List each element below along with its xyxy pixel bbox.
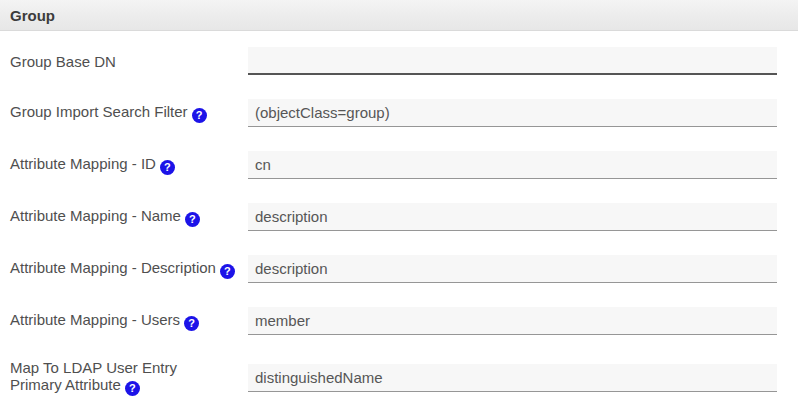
field-label-text: Attribute Mapping - Name [10, 207, 181, 224]
group-settings-form: Group Base DN Group Import Search Filter… [0, 31, 798, 396]
field-label-text: Attribute Mapping - ID [10, 155, 156, 172]
map-to-ldap-user-entry-primary-attribute-input[interactable] [248, 364, 777, 392]
field-label-text: Group Base DN [10, 53, 116, 70]
field-label-text: Attribute Mapping - Description [10, 259, 216, 276]
help-icon[interactable]: ? [220, 264, 235, 279]
group-section-header: Group [0, 0, 798, 31]
attribute-mapping-description-label: Attribute Mapping - Description? [10, 259, 248, 279]
field-label-text: Group Import Search Filter [10, 103, 188, 120]
attribute-mapping-users-label: Attribute Mapping - Users? [10, 311, 248, 331]
attribute-mapping-users-input[interactable] [248, 307, 777, 335]
field-label-text: Map To LDAP User Entry Primary Attribute [10, 359, 177, 393]
help-icon[interactable]: ? [185, 212, 200, 227]
attribute-mapping-name-label: Attribute Mapping - Name? [10, 207, 248, 227]
form-row-attribute-mapping-name: Attribute Mapping - Name? [10, 203, 777, 231]
attribute-mapping-id-input[interactable] [248, 151, 777, 179]
section-title: Group [10, 7, 55, 24]
attribute-mapping-name-input[interactable] [248, 203, 777, 231]
form-row-attribute-mapping-id: Attribute Mapping - ID? [10, 151, 777, 179]
form-row-group-import-search-filter: Group Import Search Filter? [10, 99, 777, 127]
form-row-attribute-mapping-description: Attribute Mapping - Description? [10, 255, 777, 283]
form-row-attribute-mapping-users: Attribute Mapping - Users? [10, 307, 777, 335]
field-label-text: Attribute Mapping - Users [10, 311, 180, 328]
group-base-dn-label: Group Base DN [10, 53, 248, 70]
form-row-map-to-ldap-user-entry-primary-attribute: Map To LDAP User Entry Primary Attribute… [10, 359, 777, 396]
attribute-mapping-id-label: Attribute Mapping - ID? [10, 155, 248, 175]
group-base-dn-input[interactable] [248, 47, 777, 75]
form-row-group-base-dn: Group Base DN [10, 47, 777, 75]
help-icon[interactable]: ? [192, 108, 207, 123]
group-import-search-filter-label: Group Import Search Filter? [10, 103, 248, 123]
group-import-search-filter-input[interactable] [248, 99, 777, 127]
help-icon[interactable]: ? [184, 316, 199, 331]
attribute-mapping-description-input[interactable] [248, 255, 777, 283]
map-to-ldap-user-entry-primary-attribute-label: Map To LDAP User Entry Primary Attribute… [10, 359, 248, 396]
help-icon[interactable]: ? [160, 160, 175, 175]
help-icon[interactable]: ? [125, 381, 140, 396]
